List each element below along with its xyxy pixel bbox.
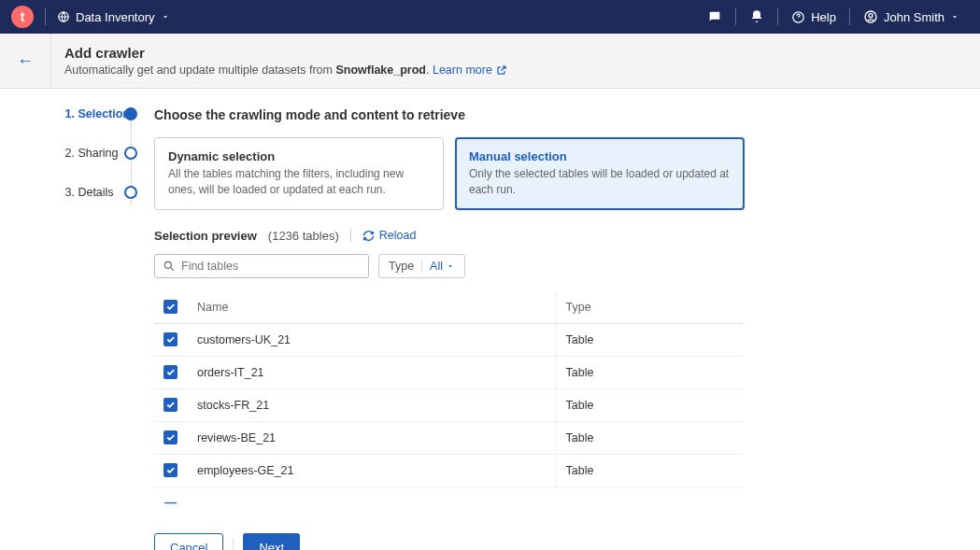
help-label: Help xyxy=(811,10,836,24)
indeterminate-checkbox[interactable]: — xyxy=(163,495,178,509)
user-name: John Smith xyxy=(884,10,944,24)
nav-divider xyxy=(735,8,736,25)
mode-card-manual[interactable]: Manual selectionOnly the selected tables… xyxy=(455,137,745,210)
cancel-button[interactable]: Cancel xyxy=(154,533,223,550)
chat-icon xyxy=(707,9,722,24)
row-checkbox[interactable] xyxy=(163,332,178,346)
step-dot-icon xyxy=(124,107,137,120)
nav-section-label: Data Inventory xyxy=(76,10,155,24)
desc-pretext: Automatically get and update multiple da… xyxy=(64,63,335,77)
type-filter-dropdown[interactable]: Type All xyxy=(378,254,465,278)
filter-row: Type All xyxy=(154,254,911,278)
table-row[interactable]: orders-IT_21Table xyxy=(154,356,743,388)
next-button[interactable]: Next xyxy=(243,533,300,550)
svg-point-4 xyxy=(164,261,171,268)
row-type: Table xyxy=(556,388,743,421)
nav-divider xyxy=(45,8,46,25)
row-checkbox[interactable] xyxy=(163,463,178,477)
mode-card-desc: Only the selected tables will be loaded … xyxy=(469,166,731,198)
row-checkbox[interactable] xyxy=(163,430,178,444)
user-menu[interactable]: John Smith xyxy=(854,9,969,24)
footer-buttons: Cancel Next xyxy=(154,533,911,550)
row-checkbox[interactable] xyxy=(163,398,178,412)
type-filter-divider xyxy=(421,260,422,273)
desc-posttext: . xyxy=(426,63,433,77)
row-name: orders-IT_21 xyxy=(188,356,556,388)
check-icon xyxy=(165,302,176,312)
svg-point-3 xyxy=(869,14,873,18)
bell-icon xyxy=(749,9,764,24)
step-2[interactable]: 2. Sharing xyxy=(65,147,154,160)
page-subheader: ← Add crawler Automatically get and upda… xyxy=(0,34,980,89)
nav-section-dropdown[interactable]: Data Inventory xyxy=(57,10,170,24)
step-3[interactable]: 3. Details xyxy=(65,186,154,199)
back-arrow-icon[interactable]: ← xyxy=(17,51,34,71)
mode-card-title: Manual selection xyxy=(469,149,731,163)
check-icon xyxy=(165,367,176,377)
learn-more-link[interactable]: Learn more xyxy=(433,63,507,77)
table-row[interactable]: reviews-BE_21Table xyxy=(154,421,743,454)
nav-divider xyxy=(777,8,778,25)
tables-table: Name Type customers-UK_21Tableorders-IT_… xyxy=(154,291,743,487)
search-input[interactable] xyxy=(181,260,361,273)
chat-icon-button[interactable] xyxy=(698,9,731,24)
preview-header: Selection preview (1236 tables) Reload xyxy=(154,229,911,243)
table-row[interactable]: employees-GE_21Table xyxy=(154,454,743,487)
footer-divider xyxy=(233,538,234,550)
check-icon xyxy=(165,465,176,475)
mode-card-dynamic[interactable]: Dynamic selectionAll the tables matching… xyxy=(154,137,444,210)
step-dot-icon xyxy=(124,147,137,160)
mode-card-desc: All the tables matching the filters, inc… xyxy=(168,166,430,198)
chevron-down-icon xyxy=(950,12,959,21)
source-name: Snowflake_prod xyxy=(335,63,426,77)
help-circle-icon xyxy=(791,10,805,24)
learn-more-label: Learn more xyxy=(433,63,492,77)
type-filter-value: All xyxy=(430,260,443,273)
nav-right: Help John Smith xyxy=(698,8,969,25)
step-dot-icon xyxy=(124,186,137,199)
row-checkbox[interactable] xyxy=(163,365,178,379)
mode-cards: Dynamic selectionAll the tables matching… xyxy=(154,137,911,210)
stepper: 1. Selection2. Sharing3. Details xyxy=(0,107,154,550)
type-filter-value-wrap: All xyxy=(430,260,455,273)
preview-label: Selection preview xyxy=(154,229,257,243)
row-type: Table xyxy=(556,356,743,388)
bell-icon-button[interactable] xyxy=(740,9,774,24)
chevron-down-icon xyxy=(161,12,170,21)
step-label: 1. Selection xyxy=(65,107,130,120)
search-icon xyxy=(163,260,176,273)
content-panel: Choose the crawling mode and content to … xyxy=(154,107,939,550)
column-header-name[interactable]: Name xyxy=(188,291,556,324)
column-header-type[interactable]: Type xyxy=(556,291,743,324)
check-icon xyxy=(165,400,176,410)
check-icon xyxy=(165,334,176,345)
row-type: Table xyxy=(556,421,743,454)
table-row[interactable]: stocks-FR_21Table xyxy=(154,388,743,421)
user-circle-icon xyxy=(863,9,878,24)
help-button[interactable]: Help xyxy=(782,10,845,24)
app-logo[interactable]: t xyxy=(11,6,34,28)
content-heading: Choose the crawling mode and content to … xyxy=(154,107,911,122)
type-filter-label: Type xyxy=(389,260,414,273)
reload-icon xyxy=(362,230,375,242)
row-name: reviews-BE_21 xyxy=(188,421,556,454)
page-title: Add crawler xyxy=(64,45,507,61)
reload-button[interactable]: Reload xyxy=(362,229,417,242)
table-row[interactable]: customers-UK_21Table xyxy=(154,323,743,356)
step-label: 3. Details xyxy=(65,186,114,199)
select-all-checkbox[interactable] xyxy=(163,300,178,314)
preview-count: (1236 tables) xyxy=(268,229,339,243)
row-name: employees-GE_21 xyxy=(188,454,556,487)
mode-card-title: Dynamic selection xyxy=(168,149,430,163)
page-description: Automatically get and update multiple da… xyxy=(64,63,507,77)
row-name: stocks-FR_21 xyxy=(188,388,556,421)
step-1[interactable]: 1. Selection xyxy=(65,107,154,120)
row-name: customers-UK_21 xyxy=(188,323,556,356)
reload-label: Reload xyxy=(379,229,417,242)
preview-divider xyxy=(350,229,351,242)
back-button-cell: ← xyxy=(0,34,51,88)
top-navbar: t Data Inventory Help John Smith xyxy=(0,0,980,34)
row-type: Table xyxy=(556,323,743,356)
search-box[interactable] xyxy=(154,254,369,278)
globe-icon xyxy=(57,10,70,23)
